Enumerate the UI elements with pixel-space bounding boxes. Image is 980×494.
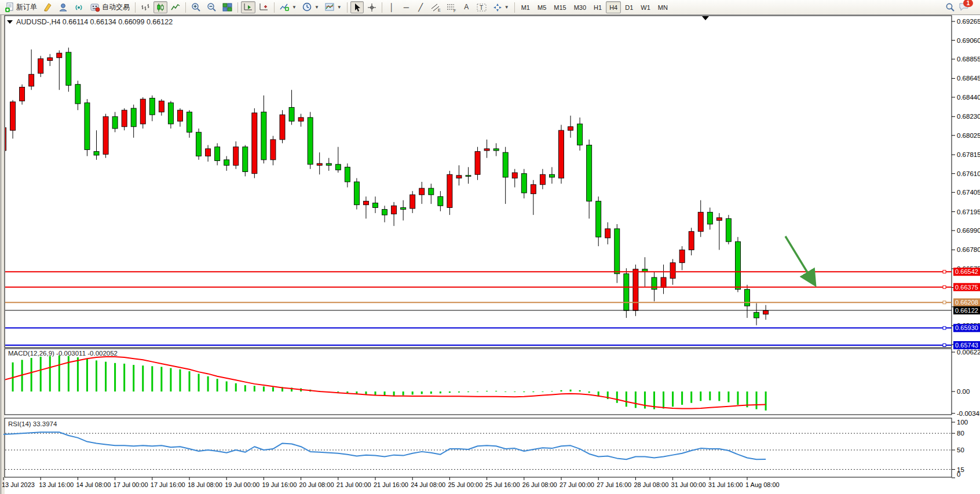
rsi-axis-tick: 80 (957, 430, 964, 437)
community-button[interactable] (56, 1, 71, 13)
time-axis-label: 1 Aug 08:00 (745, 481, 780, 488)
time-axis-label: 24 Jul 08:00 (411, 481, 445, 488)
chart-shift-button[interactable] (257, 1, 271, 13)
text-label-icon: T (477, 3, 487, 12)
macd-axis-tick: -0.003451 (957, 410, 980, 417)
new-order-button[interactable]: 新订单 (2, 1, 39, 13)
level-handle[interactable] (943, 327, 946, 330)
price-axis-tick: 0.69265 (957, 18, 980, 25)
chart-canvas[interactable]: 0.692650.690600.688550.686450.684400.682… (0, 0, 980, 494)
equidistant-channel-icon: E (431, 3, 441, 12)
time-axis-label: 28 Jul 08:00 (634, 481, 668, 488)
timeframe-button-H4[interactable]: H4 (606, 1, 621, 13)
fibonacci-tool-button[interactable]: F (444, 1, 459, 13)
level-handle[interactable] (943, 344, 946, 347)
bar-chart-mode-button[interactable] (138, 1, 152, 13)
time-axis-label: 17 Jul 00:00 (114, 481, 148, 488)
clock-icon (302, 2, 312, 12)
vertical-line-tool-button[interactable]: │ (385, 1, 398, 13)
dropdown-caret-icon: ▼ (504, 5, 509, 10)
auto-scroll-button[interactable] (241, 1, 255, 13)
macd-axis-tick: 0.00 (957, 388, 970, 395)
time-axis-label: 20 Jul 08:00 (299, 481, 334, 488)
rsi-axis-tick: 100 (957, 419, 968, 426)
zoom-out-button[interactable] (204, 1, 219, 13)
time-axis-label: 14 Jul 08:00 (76, 481, 111, 488)
indicators-button[interactable]: ▼ (277, 1, 299, 13)
tile-windows-button[interactable] (220, 1, 235, 13)
auto-trading-icon (90, 2, 100, 12)
channel-tool-button[interactable]: E (429, 1, 443, 13)
notifications-button[interactable]: 1 (959, 2, 970, 13)
price-axis-tick: 0.68645 (957, 75, 980, 82)
level-price-label-text: 0.65930 (955, 324, 978, 331)
periods-button[interactable]: ▼ (300, 1, 321, 13)
tile-windows-icon (222, 2, 232, 12)
time-axis-label: 31 Jul 16:00 (708, 481, 743, 488)
trendline-tool-button[interactable]: ╱ (414, 1, 427, 13)
timeframe-button-M30[interactable]: M30 (571, 1, 590, 13)
timeframe-button-W1[interactable]: W1 (637, 1, 654, 13)
time-axis-label: 18 Jul 08:00 (188, 481, 222, 488)
trendline-icon: ╱ (418, 3, 423, 11)
templates-button[interactable]: ▼ (323, 1, 344, 13)
timeframe-button-MN[interactable]: MN (654, 1, 671, 13)
level-price-label-text: 0.66542 (955, 268, 978, 275)
svg-text:T: T (480, 5, 483, 11)
time-axis-label: 31 Jul 00:00 (671, 481, 706, 488)
timeframe-button-H1[interactable]: H1 (590, 1, 605, 13)
dropdown-caret-icon: ▼ (292, 5, 297, 10)
rsi-axis-tick: 0 (957, 471, 960, 478)
dropdown-caret-icon: ▼ (337, 5, 342, 10)
level-handle[interactable] (943, 270, 946, 273)
toolbar-separator (382, 2, 382, 13)
horizontal-line-icon: ─ (404, 3, 409, 11)
timeframe-button-M5[interactable]: M5 (534, 1, 550, 13)
chart-title-ohlc: AUDUSD-,H4 0.66114 0.66134 0.66099 0.661… (16, 18, 173, 26)
dropdown-caret-icon: ▼ (315, 5, 319, 10)
text-tool-button[interactable]: A (460, 1, 473, 13)
level-handle[interactable] (943, 301, 946, 304)
signals-button[interactable] (72, 1, 86, 13)
macd-label: MACD(12,26,9) -0.003011 -0.002052 (8, 350, 118, 357)
timeframe-button-M1[interactable]: M1 (518, 1, 533, 13)
rsi-label: RSI(14) 33.3974 (8, 420, 57, 427)
panel-frame (5, 16, 952, 347)
toolbar-separator (135, 2, 136, 13)
arrows-icon (493, 3, 502, 12)
toolbar-separator (274, 2, 275, 13)
auto-trading-button[interactable]: 自动交易 (87, 1, 132, 13)
candlestick-icon (156, 3, 165, 12)
panel-frame (5, 349, 952, 415)
toolbar-separator (514, 2, 515, 13)
arrows-tool-button[interactable]: ▼ (491, 1, 511, 13)
zoom-in-icon (191, 2, 201, 12)
price-axis-tick: 0.66780 (957, 246, 980, 253)
styles-button[interactable] (41, 1, 55, 13)
signal-icon (74, 2, 84, 12)
timeframe-button-D1[interactable]: D1 (621, 1, 637, 13)
indicators-icon (280, 2, 290, 12)
zoom-in-button[interactable] (189, 1, 203, 13)
time-axis-label: 19 Jul 00:00 (225, 481, 259, 488)
price-axis-tick: 0.67405 (957, 189, 980, 196)
time-axis-label: 19 Jul 16:00 (262, 481, 297, 488)
search-button[interactable] (943, 1, 957, 13)
price-axis-tick: 0.68025 (957, 132, 980, 139)
line-chart-mode-button[interactable] (169, 1, 182, 13)
crosshair-tool-button[interactable] (365, 1, 379, 13)
zoom-out-icon (207, 2, 217, 12)
horizontal-line-tool-button[interactable]: ─ (400, 1, 413, 13)
candlestick-mode-button[interactable] (153, 1, 167, 13)
time-axis-label: 21 Jul 00:00 (337, 481, 371, 488)
time-axis-label: 25 Jul 00:00 (448, 481, 482, 488)
cursor-tool-button[interactable] (350, 1, 364, 13)
profile-icon (58, 2, 68, 12)
price-axis-tick: 0.69060 (957, 37, 980, 44)
level-handle[interactable] (943, 286, 946, 288)
cursor-icon (353, 3, 361, 12)
new-order-label: 新订单 (16, 2, 37, 12)
time-axis-label: 21 Jul 16:00 (374, 481, 408, 488)
label-tool-button[interactable]: T (474, 1, 489, 13)
timeframe-button-M15[interactable]: M15 (550, 1, 569, 13)
